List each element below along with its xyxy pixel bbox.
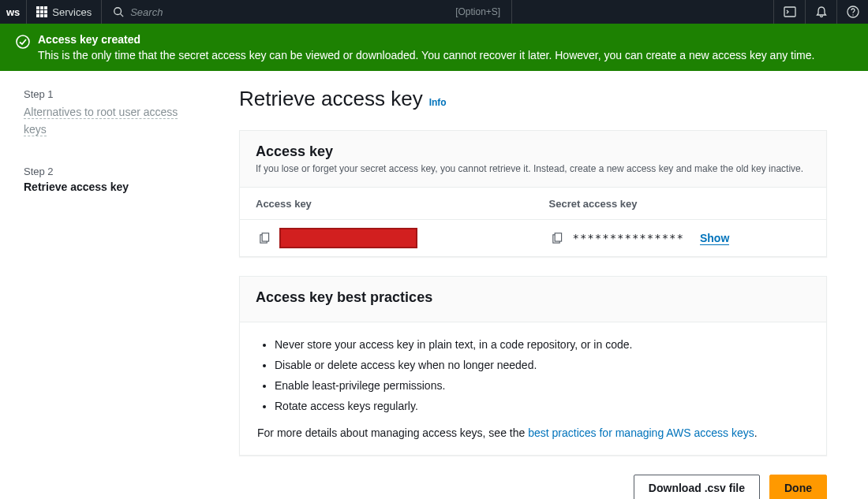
- terminal-icon: [784, 6, 796, 18]
- list-item: Enable least-privilege permissions.: [275, 379, 809, 392]
- copy-icon: [258, 233, 270, 244]
- svg-rect-2: [784, 7, 795, 17]
- svg-line-1: [121, 14, 124, 17]
- aws-logo[interactable]: ws: [0, 0, 27, 24]
- banner-message: This is the only time that the secret ac…: [38, 49, 852, 61]
- success-banner: Access key created This is the only time…: [0, 24, 868, 71]
- show-secret-link[interactable]: Show: [700, 232, 729, 245]
- aws-logo-text: ws: [6, 6, 20, 18]
- search-area: [Option+S]: [102, 0, 512, 24]
- svg-point-0: [114, 8, 122, 15]
- footer-buttons: Download .csv file Done: [239, 475, 827, 499]
- svg-point-4: [852, 14, 853, 15]
- banner-title: Access key created: [38, 33, 852, 46]
- svg-rect-9: [555, 233, 561, 240]
- step2-title: Retrieve access key: [24, 181, 201, 193]
- access-key-value-redacted: [279, 228, 417, 248]
- list-item: Disable or delete access key when no lon…: [275, 359, 809, 371]
- page-title-text: Retrieve access key: [239, 87, 423, 111]
- notifications-button[interactable]: [805, 0, 836, 24]
- cloudshell-button[interactable]: [773, 0, 805, 24]
- copy-secret-key-button[interactable]: [549, 230, 565, 246]
- help-button[interactable]: [836, 0, 868, 24]
- services-label: Services: [52, 6, 92, 18]
- access-key-panel-title: Access key: [256, 143, 810, 160]
- step1-title[interactable]: Alternatives to root user access keys: [24, 106, 178, 136]
- best-practices-more: For more details about managing access k…: [257, 426, 809, 439]
- info-link[interactable]: Info: [429, 97, 447, 108]
- help-icon: [847, 6, 859, 18]
- secret-key-masked: ***************: [573, 232, 684, 244]
- main-content: Retrieve access key Info Access key If y…: [225, 71, 868, 499]
- grid-icon: [36, 6, 47, 17]
- services-menu-button[interactable]: Services: [27, 0, 102, 24]
- best-practices-title: Access key best practices: [256, 289, 810, 306]
- done-button[interactable]: Done: [769, 475, 827, 499]
- search-icon: [113, 6, 124, 17]
- list-item: Rotate access keys regularly.: [275, 400, 809, 412]
- access-key-panel: Access key If you lose or forget your se…: [239, 130, 827, 257]
- copy-icon: [551, 233, 563, 244]
- bp-more-prefix: For more details about managing access k…: [257, 426, 528, 439]
- svg-point-5: [17, 35, 29, 48]
- copy-access-key-button[interactable]: [256, 230, 271, 246]
- step1-label: Step 1: [24, 88, 201, 100]
- svg-rect-7: [262, 233, 268, 240]
- top-nav: ws Services [Option+S]: [0, 0, 868, 24]
- check-circle-icon: [16, 35, 30, 49]
- secret-key-col-label: Secret access key: [549, 198, 638, 210]
- search-shortcut: [Option+S]: [455, 6, 500, 17]
- download-csv-button[interactable]: Download .csv file: [634, 475, 760, 499]
- bell-icon: [815, 6, 828, 18]
- best-practices-panel: Access key best practices Never store yo…: [239, 276, 827, 456]
- best-practices-link[interactable]: best practices for managing AWS access k…: [528, 426, 754, 439]
- step-sidebar: Step 1 Alternatives to root user access …: [0, 71, 225, 499]
- search-input[interactable]: [130, 6, 449, 18]
- access-key-panel-desc: If you lose or forget your secret access…: [256, 163, 810, 174]
- step2-label: Step 2: [24, 166, 201, 177]
- list-item: Never store your access key in plain tex…: [275, 338, 809, 351]
- best-practices-list: Never store your access key in plain tex…: [257, 338, 809, 412]
- access-key-col-label: Access key: [256, 198, 312, 210]
- page-title: Retrieve access key Info: [239, 87, 827, 111]
- bp-more-suffix: .: [754, 426, 758, 439]
